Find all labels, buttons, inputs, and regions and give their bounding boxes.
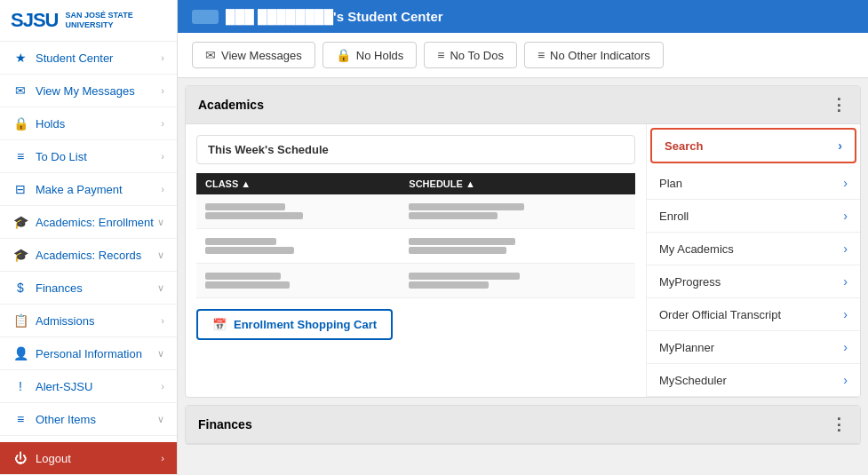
sidebar-label-make-payment: Make a Payment — [36, 183, 123, 196]
blurred-class-line1 — [205, 273, 281, 280]
main-content: ███ ████████'s Student Center ✉ View Mes… — [178, 0, 868, 475]
sidebar-item-finances[interactable]: $ Finances ∨ — [0, 272, 177, 305]
sidebar-item-academics-records[interactable]: 🎓 Academics: Records ∨ — [0, 239, 177, 272]
right-nav-myscheduler[interactable]: MyScheduler › — [647, 364, 860, 397]
chevron-right-icon: › — [161, 381, 164, 392]
chevron-down-icon: ∨ — [157, 348, 164, 360]
chevron-right-icon: › — [161, 52, 164, 63]
sidebar-logo: SJSU SAN JOSÉ STATE UNIVERSITY — [0, 0, 177, 42]
blurred-schedule-line2 — [409, 212, 498, 219]
envelope-icon: ✉ — [12, 83, 28, 98]
sidebar-label-alert-sjsu: Alert-SJSU — [36, 380, 92, 393]
clipboard-icon: 📋 — [12, 313, 28, 328]
sidebar-item-alert-sjsu[interactable]: ! Alert-SJSU › — [0, 370, 177, 403]
finances-panel: Finances ⋮ — [185, 405, 861, 445]
sidebar-item-to-do-list[interactable]: ≡ To Do List › — [0, 140, 177, 173]
right-nav-search[interactable]: Search › — [650, 128, 856, 163]
right-nav-myprogress[interactable]: MyProgress › — [647, 265, 860, 298]
chevron-right-icon: › — [843, 307, 848, 321]
chevron-down-icon: ∨ — [157, 249, 164, 261]
sidebar-nav: ★ Student Center › ✉ View My Messages › … — [0, 42, 177, 442]
sjsu-logo-text: SJSU — [11, 9, 58, 32]
myprogress-label: MyProgress — [659, 275, 721, 289]
no-to-dos-button[interactable]: ≡ No To Dos — [424, 42, 517, 68]
chevron-right-icon: › — [843, 209, 848, 223]
university-name: SAN JOSÉ STATE UNIVERSITY — [65, 11, 132, 30]
chevron-right-icon: › — [161, 315, 164, 326]
academics-title: Academics — [198, 98, 264, 112]
payment-icon: ⊟ — [12, 182, 28, 196]
blurred-schedule-line2 — [409, 281, 489, 289]
list-icon: ≡ — [12, 149, 28, 163]
finances-title: Finances — [198, 417, 252, 431]
sidebar-item-academics-enrollment[interactable]: 🎓 Academics: Enrollment ∨ — [0, 206, 177, 239]
blurred-class-line2 — [205, 212, 303, 219]
blurred-class-line1 — [205, 203, 285, 210]
sidebar-bottom: ⏻ Logout › — [0, 442, 177, 475]
sidebar-label-finances: Finances — [36, 281, 83, 295]
sidebar: SJSU SAN JOSÉ STATE UNIVERSITY ★ Student… — [0, 0, 178, 475]
right-nav-enroll[interactable]: Enroll › — [647, 200, 860, 233]
list-icon: ≡ — [12, 412, 28, 426]
blurred-class-line2 — [205, 281, 290, 289]
academics-options-icon[interactable]: ⋮ — [831, 95, 848, 115]
no-other-indicators-label: No Other Indicators — [550, 49, 650, 62]
sidebar-item-other-items[interactable]: ≡ Other Items ∨ — [0, 403, 177, 436]
enrollment-shopping-cart-button[interactable]: 📅 Enrollment Shopping Cart — [196, 309, 393, 340]
no-other-indicators-button[interactable]: ≡ No Other Indicators — [524, 42, 664, 68]
schedule-title: This Week's Schedule — [196, 135, 635, 164]
view-messages-label: View Messages — [221, 49, 302, 62]
right-nav-column: Search › Plan › Enroll › My Academics › — [647, 124, 860, 397]
sidebar-item-admissions[interactable]: 📋 Admissions › — [0, 305, 177, 337]
graduation-icon: 🎓 — [12, 248, 28, 262]
person-icon: 👤 — [12, 346, 28, 360]
no-holds-button[interactable]: 🔒 No Holds — [323, 42, 417, 68]
blurred-schedule-line1 — [409, 203, 524, 210]
chevron-right-icon: › — [161, 453, 164, 463]
chevron-right-icon: › — [843, 340, 848, 354]
blurred-class-line1 — [205, 238, 276, 245]
list-icon: ≡ — [437, 48, 444, 62]
myscheduler-label: MyScheduler — [659, 374, 727, 387]
sidebar-item-make-payment[interactable]: ⊟ Make a Payment › — [0, 173, 177, 206]
sidebar-label-academics-records: Academics: Records — [36, 249, 141, 262]
sidebar-label-holds: Holds — [36, 117, 65, 131]
schedule-table: CLASS ▲ SCHEDULE ▲ — [196, 173, 635, 298]
enrollment-btn-label: Enrollment Shopping Cart — [234, 318, 377, 331]
power-icon: ⏻ — [12, 451, 28, 465]
enroll-label: Enroll — [659, 210, 689, 223]
view-messages-button[interactable]: ✉ View Messages — [192, 42, 315, 68]
sidebar-item-personal-info[interactable]: 👤 Personal Information ∨ — [0, 337, 177, 370]
blurred-schedule-line1 — [409, 273, 520, 280]
sidebar-item-logout[interactable]: ⏻ Logout › — [0, 442, 177, 475]
finances-options-icon[interactable]: ⋮ — [831, 415, 848, 434]
avatar-placeholder — [192, 10, 219, 24]
plan-label: Plan — [659, 177, 682, 190]
sidebar-label-to-do-list: To Do List — [36, 150, 87, 163]
alert-icon: ! — [12, 379, 28, 393]
star-icon: ★ — [12, 51, 28, 65]
academics-body: This Week's Schedule CLASS ▲ SCHEDULE ▲ — [186, 124, 860, 397]
sidebar-label-other-items: Other Items — [36, 413, 96, 426]
order-transcript-label: Order Official Transcript — [659, 308, 781, 321]
chevron-down-icon: ∨ — [157, 282, 164, 294]
right-nav-order-transcript[interactable]: Order Official Transcript › — [647, 298, 860, 331]
sidebar-item-holds[interactable]: 🔒 Holds › — [0, 107, 177, 140]
search-label: Search — [665, 139, 703, 153]
sidebar-item-view-messages[interactable]: ✉ View My Messages › — [0, 75, 177, 107]
right-nav-my-academics[interactable]: My Academics › — [647, 233, 860, 265]
right-nav-plan[interactable]: Plan › — [647, 167, 860, 200]
graduation-icon: 🎓 — [12, 215, 28, 229]
academics-panel: Academics ⋮ This Week's Schedule CLASS ▲ — [185, 85, 861, 398]
right-nav-myplanner[interactable]: MyPlanner › — [647, 331, 860, 364]
sidebar-item-student-center[interactable]: ★ Student Center › — [0, 42, 177, 75]
chevron-right-icon: › — [843, 274, 848, 289]
chevron-down-icon: ∨ — [157, 414, 164, 425]
schedule-column-header: SCHEDULE ▲ — [400, 173, 635, 194]
chevron-down-icon: ∨ — [157, 217, 164, 228]
list-icon: ≡ — [538, 48, 545, 62]
academics-header: Academics ⋮ — [186, 86, 860, 124]
class-cell — [196, 229, 400, 264]
table-row — [196, 229, 635, 264]
sidebar-label-student-center: Student Center — [36, 51, 113, 65]
